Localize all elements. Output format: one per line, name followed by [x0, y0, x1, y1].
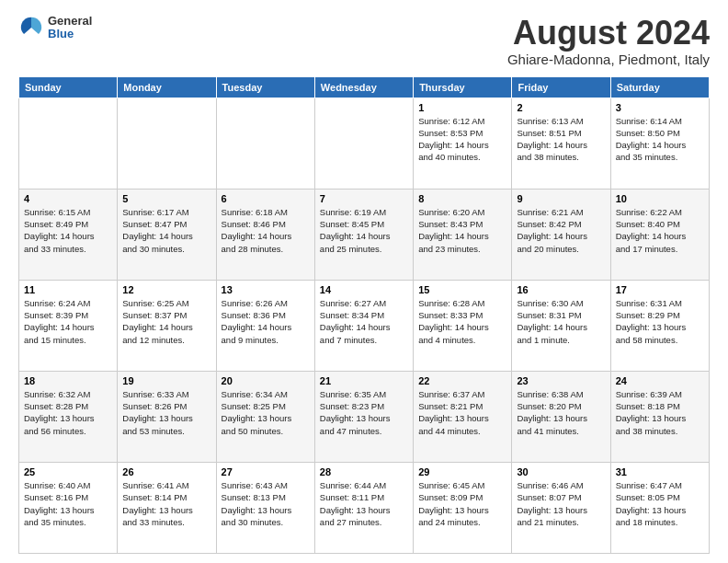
day-number: 27 — [222, 466, 310, 477]
day-number: 1 — [418, 102, 506, 113]
table-row: 16Sunrise: 6:30 AM Sunset: 8:31 PM Dayli… — [512, 280, 610, 371]
table-row: 2Sunrise: 6:13 AM Sunset: 8:51 PM Daylig… — [512, 98, 610, 189]
table-row: 21Sunrise: 6:35 AM Sunset: 8:23 PM Dayli… — [314, 371, 413, 462]
logo-text: General Blue — [48, 15, 92, 41]
table-row: 17Sunrise: 6:31 AM Sunset: 8:29 PM Dayli… — [610, 280, 709, 371]
day-number: 16 — [517, 284, 605, 295]
day-number: 2 — [517, 102, 605, 113]
day-number: 24 — [616, 375, 704, 386]
day-info: Sunrise: 6:26 AM Sunset: 8:36 PM Dayligh… — [222, 297, 310, 346]
day-number: 13 — [222, 284, 310, 295]
day-number: 3 — [616, 102, 704, 113]
calendar-table: Sunday Monday Tuesday Wednesday Thursday… — [18, 76, 710, 554]
table-row: 25Sunrise: 6:40 AM Sunset: 8:16 PM Dayli… — [19, 462, 118, 553]
day-info: Sunrise: 6:17 AM Sunset: 8:47 PM Dayligh… — [122, 206, 210, 255]
table-row — [19, 98, 118, 189]
table-row: 13Sunrise: 6:26 AM Sunset: 8:36 PM Dayli… — [216, 280, 314, 371]
day-number: 7 — [320, 193, 408, 204]
table-row: 4Sunrise: 6:15 AM Sunset: 8:49 PM Daylig… — [19, 189, 118, 280]
week-row-3: 11Sunrise: 6:24 AM Sunset: 8:39 PM Dayli… — [19, 280, 710, 371]
logo: General Blue — [18, 15, 92, 41]
day-number: 17 — [616, 284, 704, 295]
table-row: 23Sunrise: 6:38 AM Sunset: 8:20 PM Dayli… — [512, 371, 610, 462]
day-info: Sunrise: 6:44 AM Sunset: 8:11 PM Dayligh… — [320, 479, 408, 528]
day-info: Sunrise: 6:24 AM Sunset: 8:39 PM Dayligh… — [24, 297, 112, 346]
calendar-body: 1Sunrise: 6:12 AM Sunset: 8:53 PM Daylig… — [19, 98, 710, 553]
location: Ghiare-Madonna, Piedmont, Italy — [507, 52, 710, 67]
day-number: 30 — [517, 466, 605, 477]
week-row-1: 1Sunrise: 6:12 AM Sunset: 8:53 PM Daylig… — [19, 98, 710, 189]
month-title: August 2024 — [507, 15, 710, 52]
day-info: Sunrise: 6:27 AM Sunset: 8:34 PM Dayligh… — [320, 297, 408, 346]
logo-icon — [18, 15, 44, 40]
day-number: 26 — [122, 466, 210, 477]
table-row: 26Sunrise: 6:41 AM Sunset: 8:14 PM Dayli… — [118, 462, 216, 553]
day-info: Sunrise: 6:40 AM Sunset: 8:16 PM Dayligh… — [24, 479, 112, 528]
day-info: Sunrise: 6:37 AM Sunset: 8:21 PM Dayligh… — [418, 388, 506, 437]
day-number: 12 — [122, 284, 210, 295]
day-info: Sunrise: 6:28 AM Sunset: 8:33 PM Dayligh… — [418, 297, 506, 346]
table-row: 7Sunrise: 6:19 AM Sunset: 8:45 PM Daylig… — [314, 189, 413, 280]
day-number: 29 — [418, 466, 506, 477]
day-number: 28 — [320, 466, 408, 477]
day-info: Sunrise: 6:45 AM Sunset: 8:09 PM Dayligh… — [418, 479, 506, 528]
day-info: Sunrise: 6:13 AM Sunset: 8:51 PM Dayligh… — [517, 115, 605, 164]
day-info: Sunrise: 6:30 AM Sunset: 8:31 PM Dayligh… — [517, 297, 605, 346]
day-info: Sunrise: 6:39 AM Sunset: 8:18 PM Dayligh… — [616, 388, 704, 437]
table-row: 29Sunrise: 6:45 AM Sunset: 8:09 PM Dayli… — [414, 462, 512, 553]
week-row-4: 18Sunrise: 6:32 AM Sunset: 8:28 PM Dayli… — [19, 371, 710, 462]
col-sunday: Sunday — [19, 76, 118, 98]
day-info: Sunrise: 6:25 AM Sunset: 8:37 PM Dayligh… — [122, 297, 210, 346]
day-number: 23 — [517, 375, 605, 386]
col-wednesday: Wednesday — [314, 76, 413, 98]
day-info: Sunrise: 6:41 AM Sunset: 8:14 PM Dayligh… — [122, 479, 210, 528]
table-row: 24Sunrise: 6:39 AM Sunset: 8:18 PM Dayli… — [610, 371, 709, 462]
day-number: 18 — [24, 375, 112, 386]
day-number: 20 — [222, 375, 310, 386]
day-info: Sunrise: 6:14 AM Sunset: 8:50 PM Dayligh… — [616, 115, 704, 164]
table-row: 3Sunrise: 6:14 AM Sunset: 8:50 PM Daylig… — [610, 98, 709, 189]
day-number: 5 — [122, 193, 210, 204]
table-row: 6Sunrise: 6:18 AM Sunset: 8:46 PM Daylig… — [216, 189, 314, 280]
table-row: 14Sunrise: 6:27 AM Sunset: 8:34 PM Dayli… — [314, 280, 413, 371]
day-info: Sunrise: 6:12 AM Sunset: 8:53 PM Dayligh… — [418, 115, 506, 164]
week-row-5: 25Sunrise: 6:40 AM Sunset: 8:16 PM Dayli… — [19, 462, 710, 553]
day-info: Sunrise: 6:34 AM Sunset: 8:25 PM Dayligh… — [222, 388, 310, 437]
day-number: 4 — [24, 193, 112, 204]
header: General Blue August 2024 Ghiare-Madonna,… — [18, 15, 710, 67]
table-row: 27Sunrise: 6:43 AM Sunset: 8:13 PM Dayli… — [216, 462, 314, 553]
logo-general-label: General — [48, 15, 92, 28]
day-number: 14 — [320, 284, 408, 295]
table-row: 30Sunrise: 6:46 AM Sunset: 8:07 PM Dayli… — [512, 462, 610, 553]
day-number: 8 — [418, 193, 506, 204]
day-info: Sunrise: 6:38 AM Sunset: 8:20 PM Dayligh… — [517, 388, 605, 437]
day-info: Sunrise: 6:20 AM Sunset: 8:43 PM Dayligh… — [418, 206, 506, 255]
day-number: 19 — [122, 375, 210, 386]
title-block: August 2024 Ghiare-Madonna, Piedmont, It… — [507, 15, 710, 67]
day-info: Sunrise: 6:22 AM Sunset: 8:40 PM Dayligh… — [616, 206, 704, 255]
col-friday: Friday — [512, 76, 610, 98]
table-row: 9Sunrise: 6:21 AM Sunset: 8:42 PM Daylig… — [512, 189, 610, 280]
table-row: 31Sunrise: 6:47 AM Sunset: 8:05 PM Dayli… — [610, 462, 709, 553]
page: General Blue August 2024 Ghiare-Madonna,… — [0, 0, 728, 563]
table-row: 22Sunrise: 6:37 AM Sunset: 8:21 PM Dayli… — [414, 371, 512, 462]
table-row: 1Sunrise: 6:12 AM Sunset: 8:53 PM Daylig… — [414, 98, 512, 189]
logo-blue-label: Blue — [48, 28, 92, 40]
col-thursday: Thursday — [414, 76, 512, 98]
table-row: 19Sunrise: 6:33 AM Sunset: 8:26 PM Dayli… — [118, 371, 216, 462]
day-info: Sunrise: 6:35 AM Sunset: 8:23 PM Dayligh… — [320, 388, 408, 437]
table-row: 5Sunrise: 6:17 AM Sunset: 8:47 PM Daylig… — [118, 189, 216, 280]
day-info: Sunrise: 6:19 AM Sunset: 8:45 PM Dayligh… — [320, 206, 408, 255]
day-info: Sunrise: 6:18 AM Sunset: 8:46 PM Dayligh… — [222, 206, 310, 255]
day-number: 25 — [24, 466, 112, 477]
day-number: 11 — [24, 284, 112, 295]
day-number: 15 — [418, 284, 506, 295]
day-info: Sunrise: 6:32 AM Sunset: 8:28 PM Dayligh… — [24, 388, 112, 437]
week-row-2: 4Sunrise: 6:15 AM Sunset: 8:49 PM Daylig… — [19, 189, 710, 280]
day-number: 6 — [222, 193, 310, 204]
day-number: 22 — [418, 375, 506, 386]
day-number: 9 — [517, 193, 605, 204]
day-info: Sunrise: 6:21 AM Sunset: 8:42 PM Dayligh… — [517, 206, 605, 255]
day-info: Sunrise: 6:15 AM Sunset: 8:49 PM Dayligh… — [24, 206, 112, 255]
calendar-header: Sunday Monday Tuesday Wednesday Thursday… — [19, 76, 710, 98]
